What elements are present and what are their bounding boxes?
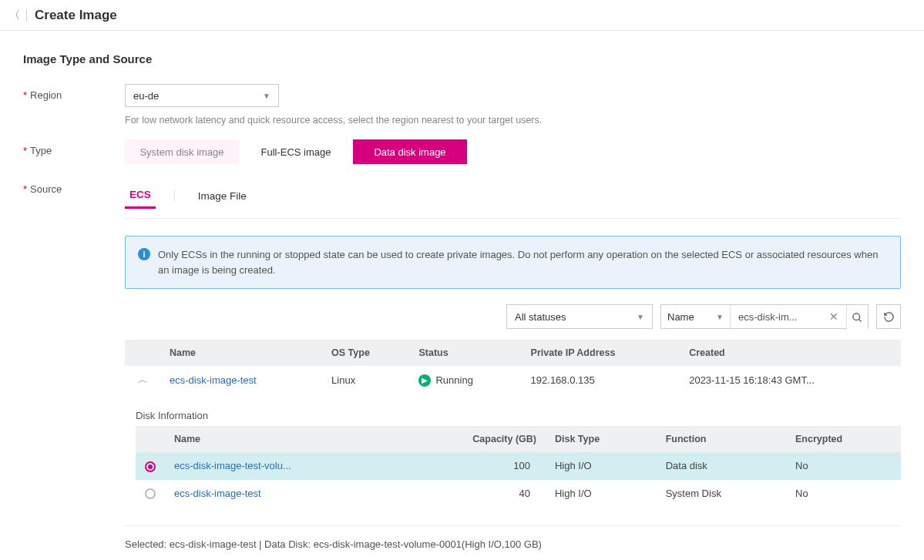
ecs-table: Name OS Type Status Private IP Address C… [125, 340, 901, 394]
info-icon: i [138, 248, 150, 260]
ecs-status: ▶ Running [418, 374, 512, 387]
search-field-select[interactable]: Name ▼ [661, 305, 731, 328]
col-expand [125, 340, 160, 366]
status-filter[interactable]: All statuses ▼ [506, 304, 653, 329]
svg-line-1 [858, 319, 861, 321]
radio-unselected[interactable] [145, 488, 156, 499]
region-value: eu-de [133, 90, 159, 102]
source-tabs: ECS Image File [125, 183, 901, 209]
selection-summary: Selected: ecs-disk-image-test | Data Dis… [125, 525, 901, 550]
caret-down-icon: ▼ [637, 313, 644, 321]
disk-info-title: Disk Information [136, 410, 901, 421]
ecs-name-link[interactable]: ecs-disk-image-test [170, 374, 257, 386]
tab-image-file[interactable]: Image File [193, 184, 251, 208]
status-filter-value: All statuses [515, 311, 566, 323]
disk-capacity: 40 [402, 480, 546, 508]
radio-selected[interactable] [145, 461, 156, 472]
search-field-value: Name [667, 311, 694, 323]
disk-capacity: 100 [402, 452, 546, 480]
search-icon [852, 312, 863, 324]
type-data-disk[interactable]: Data disk image [353, 139, 467, 164]
page-title: Create Image [35, 8, 117, 23]
row-region: *Region eu-de ▼ For low network latency … [23, 84, 901, 126]
section-title: Image Type and Source [23, 52, 901, 65]
ecs-created: 2023-11-15 16:18:43 GMT... [680, 366, 901, 394]
caret-down-icon: ▼ [716, 313, 724, 321]
search-input-value: ecs-disk-im... [738, 311, 826, 323]
collapse-icon[interactable]: ︿ [138, 374, 147, 385]
clear-icon[interactable]: ✕ [826, 310, 842, 323]
col-created: Created [680, 340, 901, 366]
svg-point-0 [853, 313, 860, 320]
disk-section: Disk Information Name Capacity (GB) Disk… [125, 404, 901, 507]
type-full-ecs[interactable]: Full-ECS image [239, 139, 353, 164]
disk-function: System Disk [657, 480, 786, 508]
disk-encrypted: No [786, 452, 901, 480]
type-system-disk[interactable]: System disk image [125, 139, 239, 164]
label-region: *Region [23, 84, 125, 101]
col-disk-name: Name [165, 426, 402, 452]
row-source: *Source ECS Image File i Only ECSs in th… [23, 178, 901, 560]
refresh-button[interactable] [876, 304, 901, 329]
info-box: i Only ECSs in the running or stopped st… [125, 236, 901, 289]
ecs-os-type: Linux [322, 366, 409, 394]
disk-table: Name Capacity (GB) Disk Type Function En… [136, 426, 901, 507]
col-disk-type: Disk Type [546, 426, 657, 452]
tab-ecs[interactable]: ECS [125, 183, 156, 209]
divider [26, 9, 27, 22]
disk-encrypted: No [786, 480, 901, 508]
tabs-underline [125, 218, 901, 219]
search-combo: Name ▼ ecs-disk-im... ✕ [660, 304, 869, 329]
search-button[interactable] [846, 305, 868, 330]
region-select[interactable]: eu-de ▼ [125, 84, 279, 107]
disk-name-link[interactable]: ecs-disk-image-test [174, 488, 261, 499]
col-status: Status [409, 340, 521, 366]
type-segments: System disk image Full-ECS image Data di… [125, 139, 901, 164]
search-input[interactable]: ecs-disk-im... ✕ [731, 305, 846, 328]
label-source: *Source [23, 178, 125, 195]
content: Image Type and Source *Region eu-de ▼ Fo… [0, 31, 924, 560]
ecs-private-ip: 192.168.0.135 [522, 366, 680, 394]
filter-row: All statuses ▼ Name ▼ ecs-disk-im... ✕ [125, 304, 901, 329]
disk-type: High I/O [546, 452, 657, 480]
top-bar: 〈 Create Image [0, 0, 924, 31]
table-row[interactable]: ︿ ecs-disk-image-test Linux ▶ Running 19… [125, 366, 901, 394]
disk-type: High I/O [546, 480, 657, 508]
col-os-type: OS Type [322, 340, 409, 366]
disk-row[interactable]: ecs-disk-image-test 40 High I/O System D… [136, 480, 901, 508]
col-encrypted: Encrypted [786, 426, 901, 452]
col-function: Function [657, 426, 786, 452]
disk-row[interactable]: ecs-disk-image-test-volu... 100 High I/O… [136, 452, 901, 480]
col-radio [136, 426, 165, 452]
label-type: *Type [23, 139, 125, 156]
tab-divider [174, 190, 175, 201]
ecs-status-text: Running [435, 374, 472, 386]
refresh-icon [883, 311, 895, 323]
row-type: *Type System disk image Full-ECS image D… [23, 139, 901, 164]
caret-down-icon: ▼ [263, 92, 270, 100]
status-running-icon: ▶ [418, 374, 431, 387]
region-helper: For low network latency and quick resour… [125, 115, 901, 126]
disk-function: Data disk [657, 452, 786, 480]
col-name: Name [160, 340, 322, 366]
back-icon[interactable]: 〈 [9, 8, 20, 22]
info-text: Only ECSs in the running or stopped stat… [158, 247, 888, 277]
col-capacity: Capacity (GB) [402, 426, 546, 452]
col-private-ip: Private IP Address [522, 340, 680, 366]
disk-name-link[interactable]: ecs-disk-image-test-volu... [174, 460, 291, 471]
